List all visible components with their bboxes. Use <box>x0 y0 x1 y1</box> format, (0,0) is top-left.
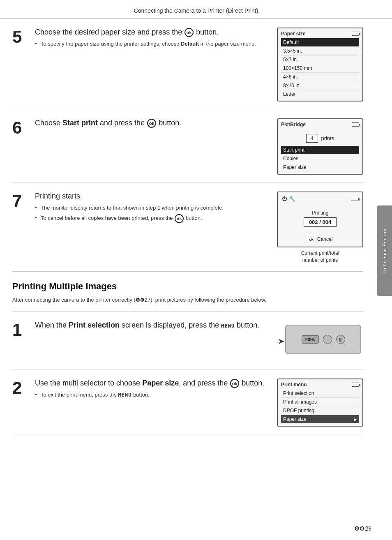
screen-title-s2s2: Print menu <box>281 382 307 388</box>
printing-screen-header: ⏻ 🔧 <box>282 196 358 202</box>
s2-step-2-screen: Print menu Print selection Print all ima… <box>277 378 363 427</box>
step-6-screen: PictBridge 4 prints Start print Copies P… <box>277 118 363 175</box>
step-7-title: Printing starts. <box>35 192 269 201</box>
prints-count: 4 <box>306 134 318 143</box>
camera-body: MENU 🗑 <box>285 325 361 354</box>
paper-size-100x150: 100×150 mm <box>281 64 359 73</box>
paper-size-item-6: Paper size <box>281 163 359 171</box>
step-7-bullets: The monitor display returns to that show… <box>35 204 269 223</box>
menu-text-s2s1: MENU <box>221 323 235 329</box>
footer-page-ref: ❻❻29 <box>354 525 371 532</box>
menu-button-camera[interactable]: MENU <box>302 335 319 344</box>
delete-button-camera: 🗑 <box>336 335 345 344</box>
step-6-body: Choose Start print and press the ok butt… <box>35 118 277 131</box>
step-7-section: 7 Printing starts. The monitor display r… <box>12 182 363 272</box>
prints-area: 4 prints <box>281 129 359 146</box>
prints-label: prints <box>321 135 334 141</box>
print-menu-screen: Print menu Print selection Print all ima… <box>277 378 363 427</box>
step-7-bullet-1: The monitor display returns to that show… <box>35 204 269 212</box>
paper-size-default: Default <box>281 38 359 47</box>
power-wrench-icons: ⏻ 🔧 <box>282 196 295 202</box>
playback-button-camera <box>323 335 332 344</box>
dpof-printing-item: DPOF printing <box>281 406 359 415</box>
s2-step-2-body: Use the multi selector to choose Paper s… <box>35 378 277 401</box>
screen-header-6: PictBridge <box>281 122 359 127</box>
header-title: Connecting the Camera to a Printer (Dire… <box>134 7 258 14</box>
step-5-title: Choose the desired paper size and press … <box>35 28 269 37</box>
ok-button-icon-6: ok <box>147 119 156 128</box>
cancel-area: ok Cancel <box>282 236 358 243</box>
main-content: 5 Choose the desired paper size and pres… <box>0 18 376 447</box>
section2-heading: Printing Multiple Images <box>12 272 363 296</box>
battery-icon-6 <box>352 122 359 127</box>
step-7-bullet-2: To cancel before all copies have been pr… <box>35 214 269 223</box>
ok-cancel-icon: ok <box>308 236 315 243</box>
page-footer: ❻❻29 <box>354 525 371 532</box>
s2-step-1-title: When the Print selection screen is displ… <box>35 321 269 330</box>
copies-item: Copies <box>281 155 359 163</box>
printing-screen: ⏻ 🔧 Printing 002 / 004 ok Cancel <box>277 192 363 247</box>
step-5-body: Choose the desired paper size and press … <box>35 28 277 50</box>
step-7-number: 7 <box>12 192 35 210</box>
print-caption: Current print/totalnumber of prints <box>277 250 363 264</box>
printing-label: Printing <box>282 210 358 216</box>
battery-icon-s2s2 <box>352 383 359 387</box>
s2-step-1-section: 1 When the Print selection screen is dis… <box>12 311 363 369</box>
s2-step-2-number: 2 <box>12 378 35 397</box>
paper-size-3x5: 3.5×5 in. <box>281 47 359 55</box>
paper-size-5x7: 5×7 in. <box>281 55 359 64</box>
s2-step-1-body: When the Print selection screen is displ… <box>35 321 277 333</box>
print-counter: 002 / 004 <box>304 217 337 227</box>
step-5-bullet-1: To specify the paper size using the prin… <box>35 40 269 48</box>
paper-size-screen: Paper size Default 3.5×5 in. 5×7 in. 100… <box>277 28 363 102</box>
page-header: Connecting the Camera to a Printer (Dire… <box>0 0 392 18</box>
section2-intro: After connecting the camera to the print… <box>12 296 363 304</box>
step-5-screen: Paper size Default 3.5×5 in. 5×7 in. 100… <box>277 28 363 102</box>
paper-size-8x10: 8×10 in. <box>281 81 359 90</box>
battery-icon-7 <box>351 197 358 201</box>
pictbridge-screen: PictBridge 4 prints Start print Copies P… <box>277 118 363 175</box>
ok-button-icon-5: ok <box>184 28 194 37</box>
print-all-images-item: Print all images <box>281 398 359 406</box>
printing-center: Printing 002 / 004 <box>282 207 358 230</box>
side-tab: Reference Section <box>377 205 392 296</box>
s2-step-2-title: Use the multi selector to choose Paper s… <box>35 378 269 388</box>
ok-button-icon-s2s2: ok <box>230 379 239 388</box>
arrow-indicator: ➤ <box>278 336 285 346</box>
start-print-item: Start print <box>281 146 359 155</box>
side-tab-text: Reference Section <box>382 228 387 273</box>
s2-step-1-image: ➤ MENU 🗑 <box>277 321 363 362</box>
paper-size-menu-label: Paper size <box>283 416 307 422</box>
camera-buttons-image: ➤ MENU 🗑 <box>277 321 363 362</box>
paper-size-arrow: ▶ <box>354 417 357 422</box>
step-7-body: Printing starts. The monitor display ret… <box>35 192 277 225</box>
step-5-number: 5 <box>12 28 35 46</box>
link-ref: ❻❻ <box>136 297 145 303</box>
cancel-text: Cancel <box>317 236 332 242</box>
s2-step-1-number: 1 <box>12 321 35 339</box>
step-6-section: 6 Choose Start print and press the ok bu… <box>12 109 363 182</box>
screen-header-5: Paper size <box>281 31 359 37</box>
s2-step-2-bullets: To exit the print menu, press the MENU b… <box>35 391 269 399</box>
screen-title-5: Paper size <box>281 31 305 37</box>
paper-size-menu-item: Paper size ▶ <box>281 415 359 423</box>
menu-text-s2s2: MENU <box>118 392 132 398</box>
paper-size-4x6: 4×6 in. <box>281 73 359 81</box>
step-5-bullets: To specify the paper size using the prin… <box>35 40 269 48</box>
step-5-section: 5 Choose the desired paper size and pres… <box>12 18 363 109</box>
screen-title-6: PictBridge <box>281 122 306 127</box>
step-6-number: 6 <box>12 118 35 136</box>
s2-step-2-section: 2 Use the multi selector to choose Paper… <box>12 369 363 434</box>
screen-header-s2s2: Print menu <box>281 382 359 388</box>
s2-step-2-bullet-1: To exit the print menu, press the MENU b… <box>35 391 269 399</box>
paper-size-letter: Letter <box>281 90 359 98</box>
battery-icon-5 <box>352 32 359 36</box>
step-7-screen: ⏻ 🔧 Printing 002 / 004 ok Cancel Current… <box>277 192 363 264</box>
print-selection-item: Print selection <box>281 389 359 398</box>
step-6-title: Choose Start print and press the ok butt… <box>35 118 269 128</box>
ok-button-icon-7: ok <box>175 214 184 223</box>
